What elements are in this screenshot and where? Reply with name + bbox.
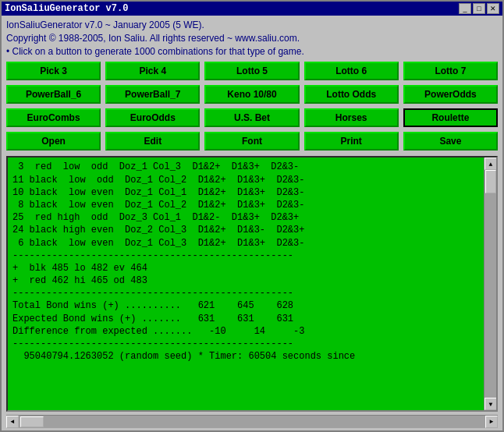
header-section: IonSaliuGenerator v7.0 ~ January 2005 (5…	[2, 16, 502, 59]
scroll-down-button[interactable]: ▼	[484, 398, 497, 410]
powerball6-button[interactable]: PowerBall_6	[6, 85, 101, 104]
header-line2: Copyright © 1988-2005, Ion Saliu. All ri…	[6, 32, 498, 45]
vertical-scrollbar: ▲ ▼	[484, 158, 496, 410]
title-bar: IonSaliuGenerator v7.0 _ □ ✕	[2, 2, 502, 16]
close-button[interactable]: ✕	[487, 3, 499, 14]
maximize-button[interactable]: □	[473, 3, 485, 14]
main-window: IonSaliuGenerator v7.0 _ □ ✕ IonSaliuGen…	[0, 0, 504, 432]
scroll-right-button[interactable]: ►	[485, 416, 498, 428]
scroll-up-button[interactable]: ▲	[484, 158, 497, 170]
euro-combs-button[interactable]: EuroCombs	[6, 108, 101, 127]
open-button[interactable]: Open	[6, 132, 101, 150]
button-row-3: EuroCombs EuroOdds U.S. Bet Horses Roule…	[2, 106, 502, 129]
output-area: 3 red low odd Doz_1 Col_3 D1&2+ D1&3+ D2…	[6, 156, 498, 412]
save-button[interactable]: Save	[403, 132, 498, 150]
lotto-odds-button[interactable]: Lotto Odds	[304, 85, 399, 104]
scroll-track-vertical[interactable]	[484, 170, 496, 398]
print-button[interactable]: Print	[304, 132, 399, 150]
pick3-button[interactable]: Pick 3	[6, 62, 101, 80]
powerball7-button[interactable]: PowerBall_7	[105, 85, 200, 104]
font-button[interactable]: Font	[204, 132, 299, 150]
scroll-thumb-vertical[interactable]	[485, 170, 496, 193]
horses-button[interactable]: Horses	[304, 108, 399, 127]
power-odds-button[interactable]: PowerOdds	[403, 85, 498, 104]
scroll-left-button[interactable]: ◄	[6, 416, 19, 428]
minimize-button[interactable]: _	[459, 3, 471, 14]
button-row-2: PowerBall_6 PowerBall_7 Keno 10/80 Lotto…	[2, 83, 502, 106]
lotto7-button[interactable]: Lotto 7	[403, 62, 498, 80]
lotto6-button[interactable]: Lotto 6	[304, 62, 399, 80]
lotto5-button[interactable]: Lotto 5	[204, 62, 299, 80]
title-bar-text: IonSaliuGenerator v7.0	[5, 3, 128, 14]
horizontal-scrollbar: ◄ ►	[6, 415, 498, 427]
title-bar-controls: _ □ ✕	[459, 3, 499, 14]
output-text: 3 red low odd Doz_1 Col_3 D1&2+ D1&3+ D2…	[8, 158, 484, 410]
euro-odds-button[interactable]: EuroOdds	[105, 108, 200, 127]
button-row-4: Open Edit Font Print Save	[2, 129, 502, 153]
header-line3: • Click on a button to generate 1000 com…	[6, 45, 498, 58]
header-line1: IonSaliuGenerator v7.0 ~ January 2005 (5…	[6, 19, 498, 32]
scroll-track-horizontal[interactable]	[19, 416, 485, 428]
scroll-thumb-horizontal[interactable]	[20, 416, 44, 427]
us-bet-button[interactable]: U.S. Bet	[204, 108, 299, 127]
button-row-1: Pick 3 Pick 4 Lotto 5 Lotto 6 Lotto 7	[2, 59, 502, 83]
pick4-button[interactable]: Pick 4	[105, 62, 200, 80]
edit-button[interactable]: Edit	[105, 132, 200, 150]
roulette-button[interactable]: Roulette	[403, 108, 498, 127]
keno-button[interactable]: Keno 10/80	[204, 85, 299, 104]
